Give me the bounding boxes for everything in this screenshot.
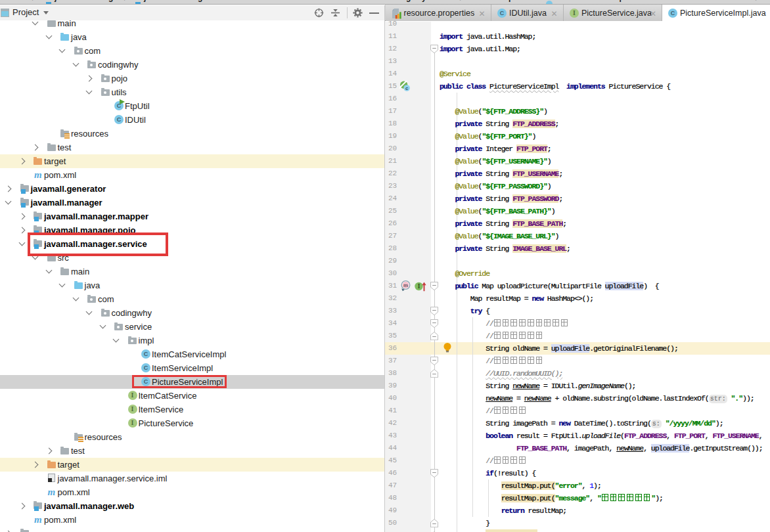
svg-text:c: c [405, 85, 409, 91]
svg-text:I: I [418, 283, 420, 290]
svg-text:m: m [403, 282, 408, 288]
